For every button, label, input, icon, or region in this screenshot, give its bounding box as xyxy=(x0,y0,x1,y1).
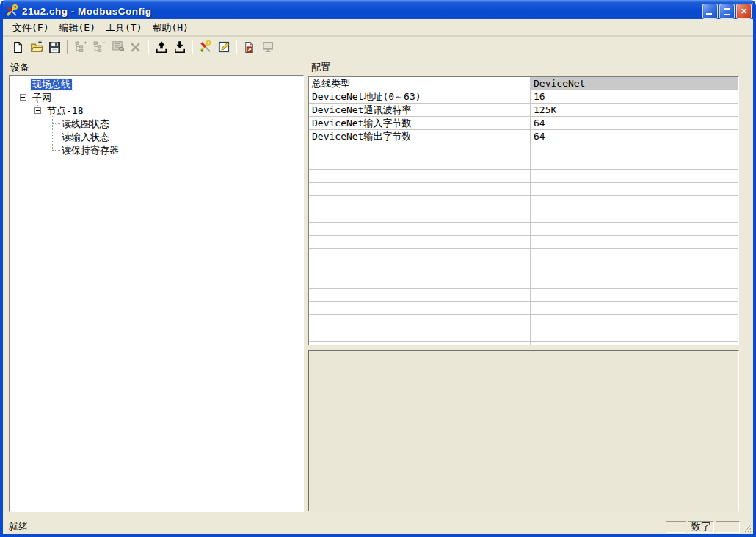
tools-icon xyxy=(199,40,212,54)
tree-row: 读保持寄存器 xyxy=(10,144,303,157)
table-empty-row xyxy=(309,275,738,289)
table-empty-row xyxy=(309,196,738,209)
upload-icon xyxy=(155,40,168,54)
window-title: 21u2.chg - ModbusConfig xyxy=(22,6,152,17)
status-bar: 就绪 数字 xyxy=(3,519,753,534)
monitor-button xyxy=(258,38,277,56)
properties-button xyxy=(108,38,126,56)
delete-icon xyxy=(129,41,142,54)
maximize-button[interactable] xyxy=(719,4,735,19)
tree-row: 读输入状态 xyxy=(10,131,303,144)
open-file-button[interactable] xyxy=(27,38,46,56)
app-window: 21u2.chg - ModbusConfig ✕ 文件(F) 编辑(E) 工具… xyxy=(0,0,756,537)
table-row: DeviceNet地址(0～63) 16 xyxy=(309,90,738,104)
tree-item-node18[interactable]: 节点-18 xyxy=(47,105,83,117)
table-empty-row xyxy=(309,328,738,342)
table-empty-row xyxy=(309,143,738,156)
toolbar xyxy=(3,37,753,57)
close-button[interactable]: ✕ xyxy=(736,4,752,19)
tree-connector xyxy=(53,150,60,151)
param-name-cell: DeviceNet地址(0～63) xyxy=(309,90,531,103)
toolbar-separator xyxy=(67,40,68,54)
status-message: 就绪 xyxy=(9,520,664,533)
tree-item-fieldbus[interactable]: 现场总线 xyxy=(31,79,72,90)
status-pane-caps xyxy=(666,521,686,533)
report-page-button[interactable] xyxy=(240,38,258,56)
table-row: DeviceNet输出字节数 64 xyxy=(309,130,738,143)
status-pane-scroll xyxy=(716,521,740,533)
minimize-button[interactable] xyxy=(702,4,718,19)
app-tools-icon xyxy=(5,4,18,18)
table-empty-row xyxy=(309,223,738,236)
toolbar-separator xyxy=(192,40,193,54)
table-empty-row xyxy=(309,249,738,262)
table-empty-row xyxy=(309,342,738,345)
param-name-cell: DeviceNet通讯波特率 xyxy=(309,104,531,116)
close-icon: ✕ xyxy=(741,7,747,16)
upload-button[interactable] xyxy=(152,38,170,56)
toolbar-separator xyxy=(148,40,149,54)
tree-connector xyxy=(53,123,60,124)
table-empty-row xyxy=(309,262,738,275)
status-pane-num: 数字 xyxy=(688,521,714,533)
table-empty-row xyxy=(309,302,738,315)
tree-row: 节点-18 xyxy=(10,104,303,118)
menu-edit[interactable]: 编辑(E) xyxy=(54,19,100,37)
menu-help[interactable]: 帮助(H) xyxy=(147,19,193,37)
menu-tools[interactable]: 工具(T) xyxy=(101,19,147,37)
resize-grip[interactable] xyxy=(741,521,752,533)
remove-node-button xyxy=(90,38,108,56)
device-panel-title: 设备 xyxy=(10,61,29,73)
header-name-cell: 总线类型 xyxy=(309,77,531,90)
table-empty-row xyxy=(309,170,738,183)
collapse-toggle-icon[interactable] xyxy=(34,107,41,114)
table-empty-row xyxy=(309,289,738,302)
edit-pad-icon xyxy=(217,40,230,54)
open-file-icon xyxy=(30,40,43,54)
tree-connector xyxy=(53,137,60,137)
tree-item-read-holding-registers[interactable]: 读保持寄存器 xyxy=(62,145,119,156)
download-button[interactable] xyxy=(170,38,189,56)
delete-button xyxy=(126,38,145,56)
param-value-cell[interactable]: 16 xyxy=(531,90,738,103)
table-empty-row xyxy=(309,183,738,196)
device-tree[interactable]: 现场总线 子网 节点-18 读线圈状态 读输入状态 读保持寄存器 xyxy=(9,75,304,512)
table-empty-row xyxy=(309,315,738,328)
remove-node-icon xyxy=(92,41,105,54)
table-empty-row xyxy=(309,156,738,170)
properties-icon xyxy=(111,40,124,54)
add-node-icon xyxy=(74,41,87,54)
param-name-cell: DeviceNet输出字节数 xyxy=(309,130,531,143)
download-icon xyxy=(173,40,186,54)
maximize-icon xyxy=(724,8,730,15)
tree-item-read-coils[interactable]: 读线圈状态 xyxy=(62,118,109,130)
param-value-cell[interactable]: 64 xyxy=(531,130,738,143)
param-name-cell: DeviceNet输入字节数 xyxy=(309,117,531,129)
client-area: 设备 现场总线 子网 节点-18 读线圈状态 读输 xyxy=(3,57,753,519)
table-empty-row xyxy=(309,209,738,223)
tree-connector xyxy=(23,84,29,84)
param-value-cell[interactable]: 125K xyxy=(531,104,738,116)
menu-file[interactable]: 文件(F) xyxy=(7,19,54,37)
param-value-cell[interactable]: 64 xyxy=(531,117,738,129)
table-row: DeviceNet通讯波特率 125K xyxy=(309,104,738,117)
tools-button[interactable] xyxy=(196,38,214,56)
new-file-button[interactable] xyxy=(9,38,27,56)
tree-item-subnet[interactable]: 子网 xyxy=(32,92,51,104)
add-node-button xyxy=(71,38,90,56)
toolbar-separator xyxy=(236,40,237,54)
detail-panel xyxy=(308,350,739,511)
monitor-icon xyxy=(261,40,275,54)
tree-item-read-inputs[interactable]: 读输入状态 xyxy=(62,131,109,143)
table-header-row: 总线类型 DeviceNet xyxy=(309,77,738,90)
config-table: 总线类型 DeviceNet DeviceNet地址(0～63) 16 Devi… xyxy=(308,76,739,345)
edit-pad-button[interactable] xyxy=(214,38,233,56)
collapse-toggle-icon[interactable] xyxy=(20,94,26,101)
save-file-icon xyxy=(48,41,61,54)
tree-row: 读线圈状态 xyxy=(10,118,303,131)
table-row: DeviceNet输入字节数 64 xyxy=(309,117,738,130)
new-file-icon xyxy=(12,41,24,54)
empty-rows xyxy=(309,143,738,345)
config-panel-title: 配置 xyxy=(311,61,330,73)
save-file-button[interactable] xyxy=(46,38,64,56)
